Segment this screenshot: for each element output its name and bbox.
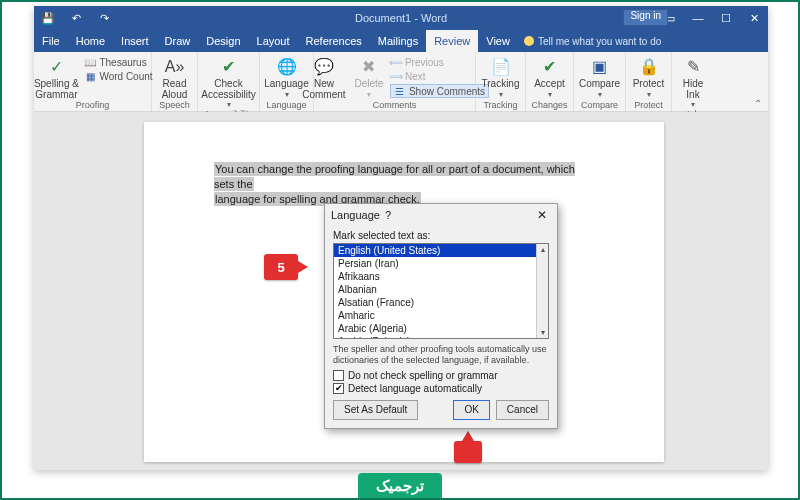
collapse-ribbon-icon[interactable]: ⌃	[754, 98, 762, 109]
tracking-icon: 📄	[490, 56, 512, 78]
wordcount-label: Word Count	[99, 71, 152, 82]
listbox-scrollbar[interactable]: ▴ ▾	[536, 244, 548, 338]
hide-ink-label: Hide Ink	[683, 79, 704, 100]
compare-icon: ▣	[589, 56, 611, 78]
language-dialog: Language ? ✕ Mark selected text as: Engl…	[324, 203, 558, 429]
group-tracking-label: Tracking	[480, 100, 521, 111]
new-comment-label: New Comment	[302, 79, 345, 100]
new-comment-icon: 💬	[313, 56, 335, 78]
read-aloud-button[interactable]: A»Read Aloud	[155, 54, 195, 100]
dialog-close-button[interactable]: ✕	[533, 208, 551, 222]
next-icon: ⟹	[390, 70, 402, 82]
check-accessibility-button[interactable]: ✔︎Check Accessibility▾	[201, 54, 257, 109]
group-speech-label: Speech	[156, 100, 193, 111]
dialog-help-button[interactable]: ?	[380, 209, 396, 221]
tab-home[interactable]: Home	[68, 30, 113, 52]
compare-button[interactable]: ▣Compare▾	[577, 54, 623, 99]
group-speech: A»Read Aloud Speech	[152, 52, 198, 111]
tab-layout[interactable]: Layout	[249, 30, 298, 52]
tab-file[interactable]: File	[34, 30, 68, 52]
group-changes: ✔Accept▾ Changes	[526, 52, 574, 111]
set-default-button[interactable]: Set As Default	[333, 400, 418, 420]
thesaurus-button[interactable]: 📖Thesaurus	[84, 56, 152, 68]
next-comment-button: ⟹Next	[390, 70, 489, 82]
ok-button[interactable]: OK	[453, 400, 489, 420]
tab-mailings[interactable]: Mailings	[370, 30, 426, 52]
globe-icon: 🌐	[276, 56, 298, 78]
hide-ink-button[interactable]: ✎Hide Ink▾	[675, 54, 711, 109]
lang-item-persian[interactable]: Persian (Iran)	[334, 257, 548, 270]
sign-in-button[interactable]: Sign in	[623, 9, 668, 26]
detect-language-label: Detect language automatically	[348, 383, 482, 394]
outer-frame: 💾 ↶ ↷ Document1 - Word Sign in ▭ — ☐ ✕ F…	[0, 0, 800, 500]
selected-text[interactable]: You can change the proofing language for…	[214, 162, 584, 207]
group-protect: 🔒Protect▾ Protect	[626, 52, 672, 111]
book-icon: 📖	[84, 56, 96, 68]
next-label: Next	[405, 71, 426, 82]
spelling-grammar-label: Spelling & Grammar	[34, 79, 79, 100]
lang-item-arabic-algeria[interactable]: Arabic (Algeria)	[334, 322, 548, 335]
qat-save-icon[interactable]: 💾	[38, 8, 58, 28]
text-line-1: You can change the proofing language for…	[214, 162, 575, 191]
lang-item-albanian[interactable]: Albanian	[334, 283, 548, 296]
qat-undo-icon[interactable]: ↶	[66, 8, 86, 28]
scroll-down-icon[interactable]: ▾	[537, 327, 548, 338]
lock-icon: 🔒	[638, 56, 660, 78]
delete-comment-button: ✖Delete▾	[352, 54, 386, 99]
brand-badge: ترجمیک	[358, 473, 442, 499]
thesaurus-label: Thesaurus	[99, 57, 146, 68]
qat-redo-icon[interactable]: ↷	[94, 8, 114, 28]
new-comment-button[interactable]: 💬New Comment	[300, 54, 348, 100]
group-comments-label: Comments	[318, 100, 471, 111]
protect-button[interactable]: 🔒Protect▾	[629, 54, 669, 99]
prev-icon: ⟸	[390, 56, 402, 68]
lang-item-arabic-bahrain[interactable]: Arabic (Bahrain)	[334, 335, 548, 339]
cancel-button[interactable]: Cancel	[496, 400, 549, 420]
maximize-button[interactable]: ☐	[712, 6, 740, 30]
scroll-up-icon[interactable]: ▴	[537, 244, 548, 255]
callout-arrow-ok	[454, 441, 482, 463]
read-aloud-label: Read Aloud	[162, 79, 188, 100]
close-button[interactable]: ✕	[740, 6, 768, 30]
chevron-down-icon: ▾	[227, 101, 231, 109]
group-comments: 💬New Comment ✖Delete▾ ⟸Previous ⟹Next ☰S…	[314, 52, 476, 111]
word-window: 💾 ↶ ↷ Document1 - Word Sign in ▭ — ☐ ✕ F…	[34, 6, 768, 470]
tab-references[interactable]: References	[298, 30, 370, 52]
window-title: Document1 - Word	[355, 12, 447, 24]
mark-text-label: Mark selected text as:	[333, 230, 549, 241]
previous-comment-button: ⟸Previous	[390, 56, 489, 68]
group-ink: ✎Hide Ink▾ Ink	[672, 52, 714, 111]
tab-view[interactable]: View	[478, 30, 518, 52]
detect-language-checkbox[interactable]: ✔Detect language automatically	[333, 383, 549, 394]
tab-review[interactable]: Review	[426, 30, 478, 52]
dialog-titlebar: Language ? ✕	[325, 204, 557, 226]
callout-step-5: 5	[264, 254, 298, 280]
delete-comment-icon: ✖	[358, 56, 380, 78]
minimize-button[interactable]: —	[684, 6, 712, 30]
tab-design[interactable]: Design	[198, 30, 248, 52]
group-compare-label: Compare	[578, 100, 621, 111]
lang-item-alsatian[interactable]: Alsatian (France)	[334, 296, 548, 309]
accept-button[interactable]: ✔Accept▾	[529, 54, 571, 99]
chevron-down-icon: ▾	[691, 101, 695, 109]
show-comments-button[interactable]: ☰Show Comments	[390, 84, 489, 98]
lang-item-amharic[interactable]: Amharic	[334, 309, 548, 322]
title-bar: 💾 ↶ ↷ Document1 - Word Sign in ▭ — ☐ ✕	[34, 6, 768, 30]
tell-me-search[interactable]: Tell me what you want to do	[518, 30, 667, 52]
delete-comment-label: Delete	[354, 79, 383, 90]
group-protect-label: Protect	[630, 100, 667, 111]
tab-draw[interactable]: Draw	[157, 30, 199, 52]
language-listbox[interactable]: English (United States) Persian (Iran) A…	[333, 243, 549, 339]
group-compare: ▣Compare▾ Compare	[574, 52, 626, 111]
spelling-grammar-button[interactable]: ✓ Spelling & Grammar	[32, 54, 80, 100]
ribbon: ✓ Spelling & Grammar 📖Thesaurus ▦Word Co…	[34, 52, 768, 112]
wordcount-button[interactable]: ▦Word Count	[84, 70, 152, 82]
lang-item-afrikaans[interactable]: Afrikaans	[334, 270, 548, 283]
accept-icon: ✔	[539, 56, 561, 78]
lang-item-english-us[interactable]: English (United States)	[334, 244, 548, 257]
checkbox-checked-icon: ✔	[333, 383, 344, 394]
tab-insert[interactable]: Insert	[113, 30, 157, 52]
chevron-down-icon: ▾	[499, 91, 503, 99]
ink-icon: ✎	[682, 56, 704, 78]
no-spellcheck-checkbox[interactable]: Do not check spelling or grammar	[333, 370, 549, 381]
